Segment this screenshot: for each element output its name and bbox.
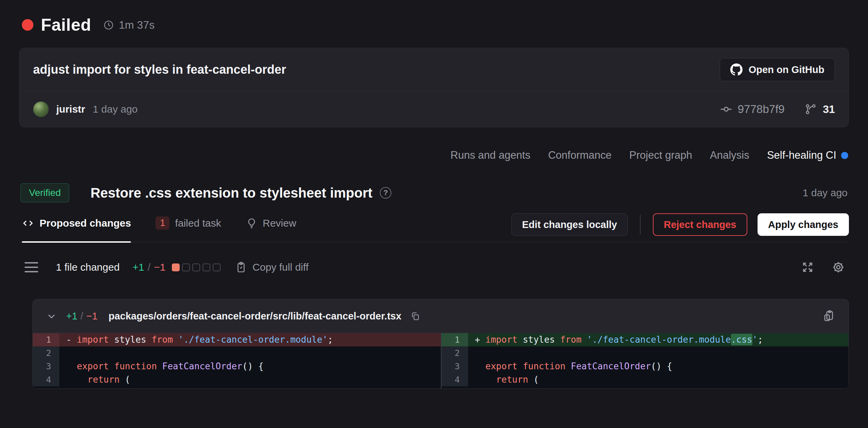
- code-line: return (: [59, 373, 441, 386]
- additions-count: +1: [133, 261, 144, 273]
- button-divider: [640, 215, 641, 234]
- file-deletions: −1: [86, 311, 98, 322]
- nav-active-label: Self-healing CI: [767, 149, 836, 161]
- commit-hash: 9778b7f9: [738, 103, 785, 116]
- diff-body: 1- import styles from './feat-cancel-ord…: [33, 333, 849, 388]
- fix-time: 1 day ago: [803, 187, 848, 199]
- fix-header: Verified Restore .css extension to style…: [20, 183, 848, 202]
- chevron-down-icon[interactable]: [46, 310, 57, 322]
- deletions-count: −1: [154, 261, 165, 273]
- diff-line: 2: [442, 346, 849, 360]
- diff-file-header: +1 / −1 packages/orders/feat-cancel-orde…: [33, 299, 849, 333]
- fix-title: Restore .css extension to stylesheet imp…: [90, 185, 372, 201]
- line-number: 3: [33, 360, 59, 373]
- code-line: - import styles from './feat-cancel-orde…: [59, 333, 441, 346]
- open-on-github-button[interactable]: Open on GitHub: [720, 58, 835, 81]
- failed-count-badge: 1: [155, 216, 169, 230]
- apply-changes-button[interactable]: Apply changes: [758, 213, 849, 236]
- file-additions: +1: [66, 311, 77, 322]
- diff-line: 3 export function FeatCancelOrder() {: [442, 360, 849, 373]
- nav-item-conformance[interactable]: Conformance: [548, 149, 612, 161]
- diff-line: 4 return (: [33, 373, 441, 386]
- nav-item-project-graph[interactable]: Project graph: [629, 149, 692, 161]
- copy-full-diff-button[interactable]: Copy full diff: [235, 261, 309, 273]
- diff-pane-before: 1- import styles from './feat-cancel-ord…: [33, 333, 441, 388]
- line-number: 1: [33, 333, 59, 346]
- diff-stats: +1 / −1: [133, 261, 166, 273]
- branch-count: 31: [823, 103, 835, 116]
- nav-item-self-healing-ci[interactable]: Self-healing CI: [767, 149, 848, 161]
- diff-block: [182, 263, 190, 271]
- commit-icon: [719, 102, 733, 116]
- line-number: 2: [33, 346, 59, 360]
- file-stats-separator: /: [80, 311, 83, 322]
- copy-full-diff-label: Copy full diff: [253, 261, 309, 273]
- expand-icon[interactable]: [801, 261, 814, 274]
- tab-review-label: Review: [263, 217, 296, 229]
- copy-path-icon[interactable]: [410, 311, 420, 321]
- tabs-row: Proposed changes 1 failed task Review Ed…: [19, 213, 849, 242]
- line-number: 4: [442, 373, 468, 386]
- line-number: 4: [33, 373, 59, 386]
- help-icon[interactable]: ?: [380, 187, 391, 199]
- top-nav: Runs and agents Conformance Project grap…: [20, 149, 848, 161]
- nav-item-runs-and-agents[interactable]: Runs and agents: [450, 149, 530, 161]
- edit-changes-locally-button[interactable]: Edit changes locally: [511, 213, 628, 236]
- code-line: + import styles from './feat-cancel-orde…: [468, 333, 849, 346]
- code-line: return (: [468, 373, 849, 386]
- code-line: [59, 346, 441, 360]
- avatar: [33, 101, 49, 117]
- status-row: Failed 1m 37s: [22, 15, 846, 35]
- duration-value: 1m 37s: [119, 19, 154, 31]
- files-changed-label: 1 file changed: [56, 261, 120, 273]
- file-diff-stats: +1 / −1: [66, 311, 98, 322]
- nav-item-analysis[interactable]: Analysis: [710, 149, 749, 161]
- diff-toolbar: 1 file changed +1 / −1 Copy full diff: [19, 257, 849, 278]
- line-number: 3: [442, 360, 468, 373]
- tab-failed-label: failed task: [175, 217, 221, 229]
- diff-line: 4 return (: [442, 373, 849, 386]
- commit-title: adjust import for styles in feat-cancel-…: [33, 62, 286, 77]
- code-line: export function FeatCancelOrder() {: [468, 360, 849, 373]
- commit-time: 1 day ago: [93, 103, 138, 115]
- tab-proposed-label: Proposed changes: [40, 217, 131, 229]
- stats-separator: /: [148, 261, 150, 273]
- code-line: export function FeatCancelOrder() {: [59, 360, 441, 373]
- line-number: 1: [442, 333, 468, 346]
- diff-blocks-indicator: [172, 263, 221, 271]
- clipboard-icon: [235, 261, 247, 273]
- github-button-label: Open on GitHub: [749, 64, 824, 75]
- diff-pane-after: 1+ import styles from './feat-cancel-ord…: [441, 333, 849, 388]
- file-path: packages/orders/feat-cancel-order/src/li…: [108, 311, 401, 322]
- notification-dot-icon: [841, 152, 848, 159]
- commit-card: adjust import for styles in feat-cancel-…: [19, 48, 849, 127]
- reject-changes-button[interactable]: Reject changes: [653, 213, 747, 236]
- diff-line: 2: [33, 346, 441, 360]
- line-number: 2: [442, 346, 468, 360]
- diff-block: [213, 263, 221, 271]
- action-buttons: Edit changes locally Reject changes Appl…: [511, 213, 849, 236]
- code-icon: [22, 217, 34, 229]
- diff-line: 1- import styles from './feat-cancel-ord…: [33, 333, 441, 346]
- github-icon: [730, 63, 743, 76]
- gear-icon[interactable]: [832, 261, 845, 274]
- tab-review[interactable]: Review: [246, 216, 296, 242]
- clipboard-paste-icon[interactable]: [822, 309, 836, 323]
- diff-card: +1 / −1 packages/orders/feat-cancel-orde…: [32, 299, 849, 389]
- git-branch-icon: [804, 103, 817, 116]
- tab-proposed-changes[interactable]: Proposed changes: [22, 216, 131, 242]
- diff-line: 3 export function FeatCancelOrder() {: [33, 360, 441, 373]
- clock-icon: [103, 20, 114, 30]
- commit-hash-chip[interactable]: 9778b7f9: [719, 102, 785, 116]
- code-line: [468, 346, 849, 360]
- diff-block: [172, 263, 180, 271]
- tab-failed-task[interactable]: 1 failed task: [155, 216, 221, 242]
- diff-block: [203, 263, 210, 271]
- failed-status-icon: [22, 19, 33, 31]
- diff-line: 1+ import styles from './feat-cancel-ord…: [442, 333, 849, 346]
- status-label: Failed: [41, 15, 91, 35]
- diff-block: [192, 263, 200, 271]
- file-list-menu-icon[interactable]: [23, 261, 40, 274]
- branch-count-chip[interactable]: 31: [804, 103, 835, 116]
- author-name: juristr: [56, 103, 85, 115]
